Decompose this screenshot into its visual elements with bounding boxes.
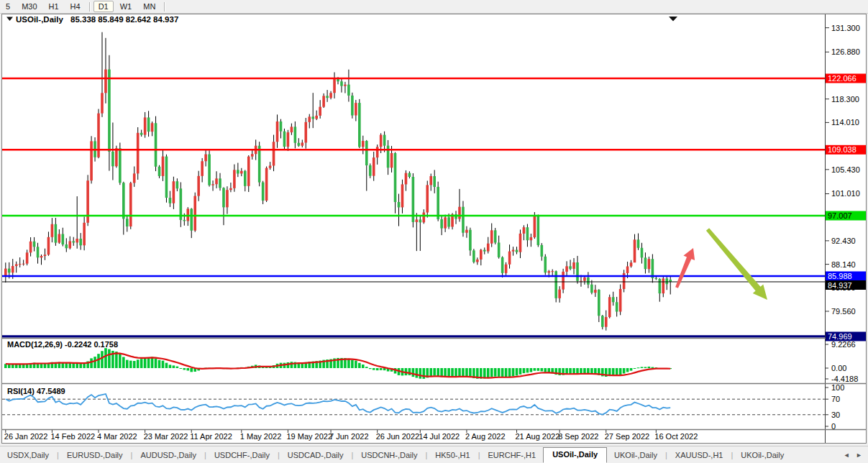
- svg-text:7 Jun 2022: 7 Jun 2022: [329, 432, 368, 441]
- toolbar-separator: [164, 2, 165, 12]
- tab-usdx-daily[interactable]: USDX,Daily: [0, 448, 56, 462]
- svg-text:9.2266: 9.2266: [831, 340, 856, 349]
- timeframe-button-5[interactable]: 5: [1, 1, 15, 12]
- tab-eurusd-daily[interactable]: EURUSD-,Daily: [60, 448, 130, 462]
- svg-text:8 Sep 2022: 8 Sep 2022: [558, 432, 598, 441]
- tab-usoil-daily[interactable]: USOil-,Daily: [543, 447, 607, 463]
- svg-text:131.300: 131.300: [831, 24, 860, 32]
- timeframe-toolbar: 5M30H1H4D1W1MN: [0, 0, 868, 14]
- svg-text:92.430: 92.430: [831, 237, 856, 245]
- tab-hk50-h1[interactable]: HK50-,H1: [428, 448, 477, 462]
- tab-xauusd-h1[interactable]: XAUUSD-,H1: [668, 448, 731, 462]
- svg-text:88.140: 88.140: [831, 260, 856, 269]
- svg-text:2 Aug 2022: 2 Aug 2022: [465, 432, 506, 441]
- tab-audusd-daily[interactable]: AUDUSD-,Daily: [133, 448, 204, 462]
- svg-text:14 Feb 2022: 14 Feb 2022: [50, 432, 95, 441]
- svg-text:27 Sep 2022: 27 Sep 2022: [605, 432, 649, 441]
- chart-tab-bar: USDX,Daily|EURUSD-,Daily|AUDUSD-,Daily|U…: [0, 446, 868, 463]
- chart-window[interactable]: 131.300126.880118.300114.010105.430101.0…: [1, 14, 867, 444]
- svg-text:84.937: 84.937: [828, 281, 852, 290]
- rsi-indicator-label: RSI(14) 47.5489: [7, 387, 65, 395]
- svg-text:19 May 2022: 19 May 2022: [286, 432, 332, 441]
- svg-text:105.430: 105.430: [831, 165, 860, 174]
- svg-text:30: 30: [831, 411, 840, 419]
- timeframe-button-d1[interactable]: D1: [93, 1, 114, 12]
- svg-text:11 Apr 2022: 11 Apr 2022: [190, 432, 232, 441]
- timeframe-button-m30[interactable]: M30: [17, 1, 42, 12]
- timeframe-button-mn[interactable]: MN: [138, 1, 160, 12]
- svg-text:126.880: 126.880: [831, 47, 860, 56]
- svg-text:85.988: 85.988: [828, 272, 852, 280]
- svg-text:118.300: 118.300: [831, 95, 859, 104]
- svg-text:4 Mar 2022: 4 Mar 2022: [97, 432, 137, 441]
- svg-text:97.007: 97.007: [828, 211, 852, 220]
- svg-text:14 Jul 2022: 14 Jul 2022: [419, 432, 460, 441]
- svg-text:21 Aug 2022: 21 Aug 2022: [516, 432, 560, 441]
- svg-text:109.038: 109.038: [828, 145, 856, 154]
- toolbar-separator: [89, 2, 90, 12]
- svg-text:100: 100: [831, 383, 844, 392]
- svg-text:26 Jan 2022: 26 Jan 2022: [4, 432, 48, 441]
- tab-usdcad-daily[interactable]: USDCAD-,Daily: [280, 448, 351, 462]
- tab-eurchf-h1[interactable]: EURCHF-,H1: [481, 448, 544, 462]
- svg-text:79.560: 79.560: [831, 307, 856, 316]
- tab-ukoil-daily[interactable]: UKOil-,Daily: [734, 448, 791, 462]
- svg-text:26 Jun 2022: 26 Jun 2022: [376, 432, 420, 441]
- tab-usdchf-daily[interactable]: USDCHF-,Daily: [207, 448, 277, 462]
- svg-text:0: 0: [831, 422, 836, 431]
- svg-text:101.010: 101.010: [831, 189, 860, 198]
- macd-indicator-label: MACD(12,26,9) -0.2242 0.1758: [7, 340, 118, 349]
- timeframe-button-h4[interactable]: H4: [65, 1, 86, 12]
- svg-text:114.010: 114.010: [831, 118, 859, 127]
- svg-text:122.066: 122.066: [828, 74, 856, 83]
- svg-text:0.00: 0.00: [831, 364, 846, 372]
- svg-text:70: 70: [831, 395, 840, 403]
- date-axis[interactable]: 26 Jan 202214 Feb 20224 Mar 202223 Mar 2…: [4, 430, 698, 441]
- timeframe-button-h1[interactable]: H1: [44, 1, 64, 12]
- tab-usdcnh-daily[interactable]: USDCNH-,Daily: [354, 448, 424, 462]
- timeframe-button-w1[interactable]: W1: [115, 1, 137, 12]
- svg-text:16 Oct 2022: 16 Oct 2022: [654, 432, 698, 441]
- svg-text:1 May 2022: 1 May 2022: [240, 432, 281, 441]
- svg-text:-4.4188: -4.4188: [831, 375, 858, 383]
- chart-ohlc-readout: 85.338 85.849 82.642 84.937: [70, 15, 178, 24]
- svg-text:23 Mar 2022: 23 Mar 2022: [144, 432, 188, 441]
- mt4-window: 5M30H1H4D1W1MN 131.300126.880118.300114.…: [0, 0, 868, 463]
- tab-scroll-arrows[interactable]: ◄ ►: [844, 451, 868, 459]
- price-chart-canvas[interactable]: 131.300126.880118.300114.010105.430101.0…: [2, 14, 866, 443]
- chart-symbol-title: USOil-,Daily: [16, 15, 63, 24]
- tab-ukoil-daily[interactable]: UKOil-,Daily: [607, 448, 664, 462]
